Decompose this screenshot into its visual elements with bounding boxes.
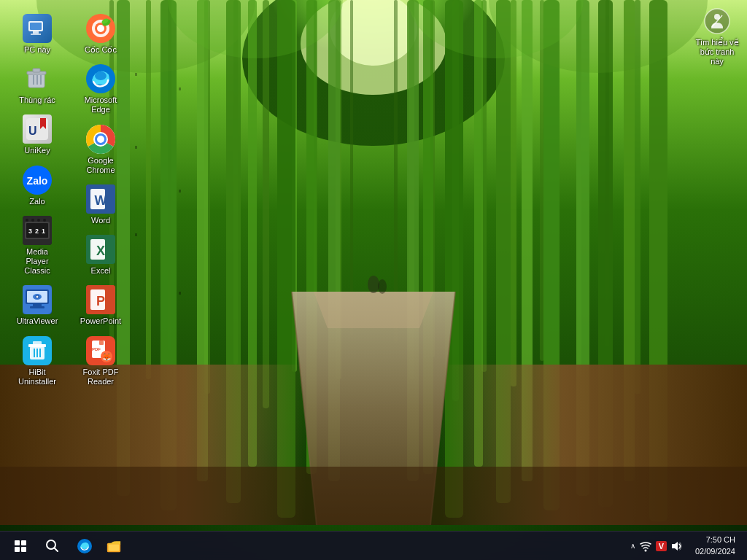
svg-rect-30 <box>179 190 181 192</box>
pc-label: PC này <box>24 45 50 55</box>
ultraviewer-label: UltraViewer <box>17 316 58 326</box>
wallpaper-info-label: Tìm hiểu về bức tranh này <box>694 38 740 67</box>
svg-rect-13 <box>350 0 353 335</box>
zalo-label: Zalo <box>29 197 44 206</box>
tray-chevron-button[interactable]: ∧ <box>630 542 635 550</box>
ppt-icon: P <box>86 285 115 314</box>
svg-point-54 <box>378 279 387 294</box>
svg-text:X: X <box>96 244 105 258</box>
desktop-icon-trash[interactable]: Thùng rác <box>11 61 63 108</box>
desktop-icon-word[interactable]: W Word <box>74 182 127 228</box>
clock-date: 02/09/2024 <box>695 546 735 557</box>
svg-rect-68 <box>33 69 40 72</box>
keyboard-lang-label: V <box>659 542 664 551</box>
hibit-icon <box>23 336 52 365</box>
icon-column-1: PC này Thùng rác <box>11 11 63 389</box>
hibit-label: HiBit Uninstaller <box>14 368 61 386</box>
desktop-icon-chrome[interactable]: Google Chrome <box>74 122 127 178</box>
taskbar-search-button[interactable] <box>38 532 67 561</box>
svg-text:U: U <box>28 125 37 137</box>
ppt-label: PowerPoint <box>80 316 121 326</box>
svg-point-53 <box>368 276 379 293</box>
svg-text:PDF: PDF <box>92 347 101 351</box>
svg-point-113 <box>97 136 104 143</box>
mpc-icon: 3 2 1 <box>23 216 52 245</box>
word-label: Word <box>91 216 110 225</box>
taskbar-right: ∧ V <box>630 534 741 557</box>
desktop-icon-ultraviewer[interactable]: UltraViewer <box>11 282 63 329</box>
taskbar-edge-icon <box>77 539 92 553</box>
foxit-icon: PDF 🦊 <box>86 336 115 365</box>
taskbar-explorer-button[interactable] <box>99 532 128 561</box>
desktop-icons-container: PC này Thùng rác <box>4 4 138 397</box>
keyboard-indicator[interactable]: V <box>656 541 667 551</box>
excel-icon: X <box>86 235 115 264</box>
desktop-icon-ppt[interactable]: P PowerPoint <box>74 282 127 329</box>
zalo-icon: Zalo <box>23 166 52 195</box>
svg-rect-9 <box>263 0 269 408</box>
svg-rect-66 <box>28 73 44 88</box>
chrome-icon <box>86 125 115 154</box>
desktop: PC này Thùng rác <box>0 0 747 560</box>
svg-rect-19 <box>511 0 516 386</box>
mpc-label: Media Player Classic <box>14 247 61 276</box>
svg-text:2: 2 <box>35 228 39 235</box>
chrome-label: Google Chrome <box>77 156 124 175</box>
desktop-icon-pc[interactable]: PC này <box>11 11 63 58</box>
edge-icon <box>86 64 115 93</box>
svg-rect-31 <box>179 292 181 295</box>
svg-text:3: 3 <box>28 228 32 235</box>
desktop-icon-edge[interactable]: Microsoft Edge <box>74 61 127 117</box>
trash-icon <box>23 64 52 93</box>
svg-rect-63 <box>30 23 42 30</box>
svg-point-86 <box>43 219 46 222</box>
foxit-label: Foxit PDF Reader <box>77 368 124 386</box>
svg-text:W: W <box>95 193 107 208</box>
svg-rect-136 <box>109 544 120 551</box>
taskbar: ∧ V <box>0 531 747 560</box>
search-icon <box>46 540 59 553</box>
unikey-icon: U <box>23 114 52 144</box>
clock-display[interactable]: 7:50 CH 02/09/2024 <box>692 534 735 557</box>
coccoc-icon <box>86 14 115 43</box>
svg-rect-126 <box>99 341 104 345</box>
taskbar-edge-button[interactable] <box>70 532 99 561</box>
desktop-icon-wallpaper-info[interactable]: Tìm hiểu về bức tranh này <box>691 4 743 70</box>
desktop-icon-coccoc[interactable]: Cốc Cốc <box>74 11 127 58</box>
excel-label: Excel <box>91 266 111 276</box>
trash-label: Thùng rác <box>19 96 55 105</box>
svg-rect-98 <box>33 341 42 345</box>
svg-point-105 <box>97 25 104 32</box>
svg-text:Zalo: Zalo <box>27 175 48 187</box>
desktop-icon-excel[interactable]: X Excel <box>74 232 127 279</box>
svg-rect-29 <box>179 88 181 90</box>
pc-icon <box>23 14 52 43</box>
svg-rect-91 <box>30 306 44 308</box>
desktop-icon-zalo[interactable]: Zalo Zalo <box>11 163 63 209</box>
desktop-icon-mpc[interactable]: 3 2 1 Media Player Classic <box>11 213 63 279</box>
wallpaper-info-icon <box>703 7 732 36</box>
svg-marker-138 <box>672 542 678 551</box>
svg-point-94 <box>36 296 39 298</box>
desktop-icon-unikey[interactable]: U UniKey <box>11 112 63 158</box>
unikey-label: UniKey <box>24 146 50 155</box>
svg-rect-57 <box>0 467 747 525</box>
edge-label: Microsoft Edge <box>77 96 124 114</box>
svg-point-83 <box>26 219 28 222</box>
volume-icon[interactable] <box>671 540 683 552</box>
svg-marker-50 <box>314 292 433 328</box>
svg-line-133 <box>55 548 58 551</box>
svg-text:🦊: 🦊 <box>102 352 112 362</box>
ultraviewer-icon <box>23 285 52 314</box>
system-tray: ∧ V <box>630 540 683 552</box>
word-icon: W <box>86 184 115 214</box>
svg-rect-65 <box>31 34 41 35</box>
network-icon[interactable] <box>640 540 651 552</box>
svg-point-109 <box>95 71 107 80</box>
svg-point-84 <box>31 219 34 222</box>
svg-rect-14 <box>394 0 398 343</box>
svg-text:P: P <box>96 294 105 308</box>
start-button[interactable] <box>6 532 35 561</box>
desktop-icon-foxit[interactable]: PDF 🦊 Foxit PDF Reader <box>74 333 127 389</box>
desktop-icon-hibit[interactable]: HiBit Uninstaller <box>11 333 63 389</box>
